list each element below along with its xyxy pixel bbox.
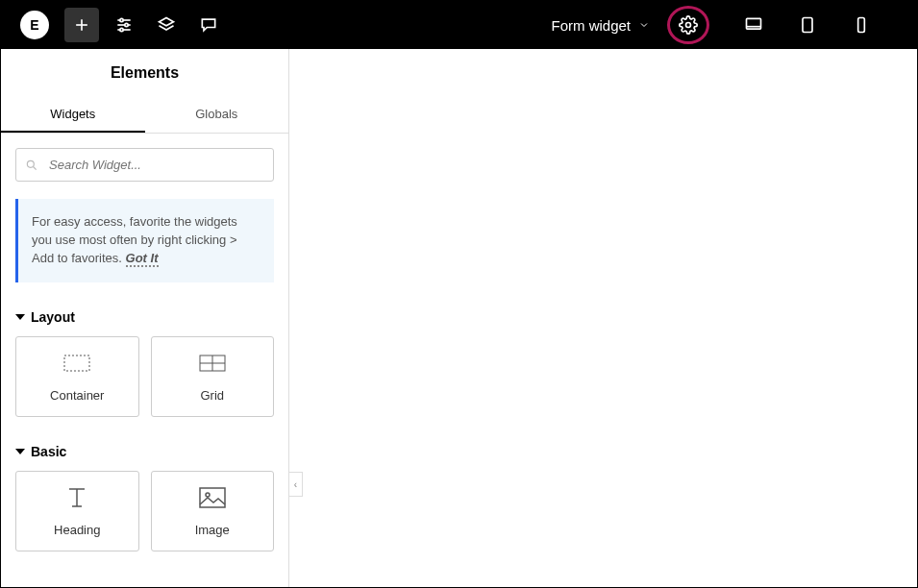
svg-point-3 bbox=[120, 18, 123, 21]
svg-point-25 bbox=[206, 493, 210, 497]
widget-heading[interactable]: Heading bbox=[15, 471, 139, 551]
image-icon bbox=[199, 484, 226, 511]
mobile-view-button[interactable] bbox=[844, 8, 879, 42]
chevron-down-icon bbox=[638, 19, 650, 31]
search-icon bbox=[25, 159, 38, 172]
svg-rect-16 bbox=[64, 355, 89, 371]
widget-grid[interactable]: Grid bbox=[151, 336, 275, 417]
collapse-sidebar-button[interactable]: ‹ bbox=[289, 472, 303, 497]
topbar: E Form widget bbox=[1, 1, 917, 49]
caret-down-icon bbox=[15, 447, 25, 456]
widget-label: Heading bbox=[54, 523, 100, 537]
container-icon bbox=[63, 350, 90, 377]
search-widget bbox=[15, 148, 274, 182]
grid-icon bbox=[199, 350, 226, 377]
page-settings-button[interactable] bbox=[667, 4, 709, 46]
add-element-button[interactable] bbox=[64, 8, 99, 42]
desktop-icon bbox=[744, 15, 763, 35]
svg-marker-20 bbox=[15, 449, 25, 454]
tablet-view-button[interactable] bbox=[790, 8, 825, 42]
search-input[interactable] bbox=[15, 148, 274, 182]
section-layout-toggle[interactable]: Layout bbox=[15, 309, 274, 325]
svg-point-13 bbox=[27, 160, 34, 167]
settings-sliders-button[interactable] bbox=[107, 8, 141, 42]
desktop-view-button[interactable] bbox=[736, 8, 771, 42]
highlight-circle bbox=[667, 6, 709, 44]
widget-label: Grid bbox=[200, 388, 224, 403]
widget-image[interactable]: Image bbox=[151, 471, 275, 551]
svg-point-7 bbox=[120, 28, 123, 31]
heading-icon bbox=[63, 484, 90, 511]
tablet-icon bbox=[798, 15, 817, 35]
favorites-tip: For easy access, favorite the widgets yo… bbox=[15, 199, 274, 282]
svg-rect-11 bbox=[803, 18, 812, 33]
mobile-icon bbox=[852, 15, 871, 35]
page-title-label: Form widget bbox=[551, 17, 631, 34]
structure-button[interactable] bbox=[149, 8, 184, 42]
elementor-logo-icon[interactable]: E bbox=[20, 11, 49, 39]
tip-gotit-button[interactable]: Got It bbox=[126, 251, 159, 267]
tab-widgets[interactable]: Widgets bbox=[1, 97, 145, 133]
section-basic-toggle[interactable]: Basic bbox=[15, 444, 274, 459]
chevron-left-icon: ‹ bbox=[294, 479, 297, 490]
svg-rect-12 bbox=[858, 18, 865, 33]
tab-globals[interactable]: Globals bbox=[145, 97, 289, 133]
svg-marker-15 bbox=[15, 314, 25, 320]
svg-rect-24 bbox=[200, 488, 225, 507]
section-layout-label: Layout bbox=[31, 309, 75, 325]
panel-title: Elements bbox=[1, 49, 288, 97]
svg-point-5 bbox=[125, 23, 128, 26]
widget-label: Container bbox=[50, 388, 104, 403]
svg-line-14 bbox=[34, 166, 37, 169]
caret-down-icon bbox=[15, 312, 25, 322]
widget-label: Image bbox=[195, 523, 230, 537]
svg-rect-9 bbox=[747, 18, 761, 29]
comments-button[interactable] bbox=[191, 8, 226, 42]
section-basic-label: Basic bbox=[31, 444, 66, 459]
page-title-dropdown[interactable]: Form widget bbox=[551, 17, 650, 34]
widget-container[interactable]: Container bbox=[15, 336, 139, 417]
elements-sidebar: Elements Widgets Globals For easy access… bbox=[1, 49, 289, 587]
panel-tabs: Widgets Globals bbox=[1, 97, 288, 134]
